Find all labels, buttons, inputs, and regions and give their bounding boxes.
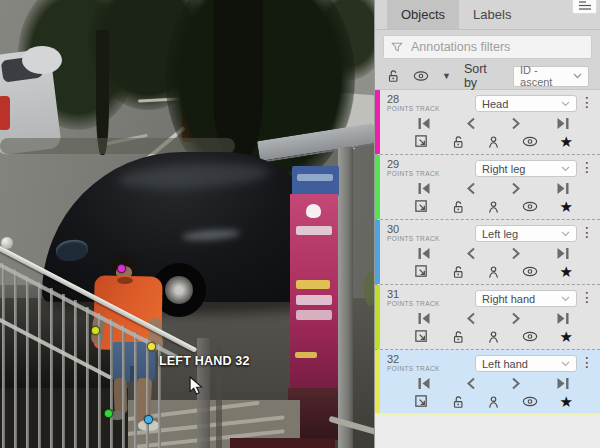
railing-knob — [1, 237, 13, 249]
track-type-label: POINTS TRACK — [387, 300, 475, 307]
lock-button[interactable] — [451, 330, 465, 344]
keyframe-button[interactable]: ★ — [560, 134, 573, 149]
railing-baluster — [38, 282, 41, 448]
prev-keyframe-button[interactable] — [466, 182, 476, 195]
pinned-button[interactable] — [487, 265, 500, 279]
annotation-menu-button[interactable] — [572, 0, 597, 14]
pinned-button[interactable] — [487, 395, 500, 409]
point-right-leg[interactable] — [104, 409, 113, 418]
point-right-hand[interactable] — [91, 326, 100, 335]
next-keyframe-button[interactable] — [511, 312, 521, 325]
first-keyframe-button[interactable] — [417, 247, 431, 260]
next-keyframe-button[interactable] — [511, 377, 521, 390]
prev-keyframe-button[interactable] — [466, 312, 476, 325]
kebab-menu-icon[interactable]: ⋮ — [577, 289, 597, 306]
last-keyframe-button[interactable] — [556, 117, 570, 130]
kebab-menu-icon[interactable]: ⋮ — [577, 94, 597, 111]
track-label-select[interactable]: Right hand — [475, 290, 577, 307]
track-label: Left leg — [482, 228, 518, 240]
pinned-button[interactable] — [487, 330, 500, 344]
collapse-all-button[interactable]: ▼ — [442, 72, 451, 81]
track-color-bar — [375, 155, 380, 219]
track-label: Right hand — [482, 293, 535, 305]
prev-keyframe-button[interactable] — [466, 247, 476, 260]
eye-icon — [522, 201, 538, 212]
track-item-28[interactable]: 28 POINTS TRACK Head ⋮ ★ — [375, 90, 600, 155]
track-label: Right leg — [482, 163, 525, 175]
keyframe-button[interactable]: ★ — [560, 264, 573, 279]
person-icon — [487, 395, 500, 409]
pinned-button[interactable] — [487, 200, 500, 214]
tab-objects[interactable]: Objects — [387, 0, 459, 29]
point-left-leg[interactable] — [144, 415, 153, 424]
occluded-button[interactable] — [522, 266, 538, 277]
annotations-filter-input[interactable] — [409, 39, 584, 55]
foliage — [364, 272, 374, 306]
track-item-29[interactable]: 29 POINTS TRACK Right leg ⋮ ★ — [375, 155, 600, 220]
outside-icon — [414, 394, 429, 409]
kebab-menu-icon[interactable]: ⋮ — [577, 224, 597, 241]
cvat-annotation-app: LEFT HAND 32 Objects Labels — [0, 0, 600, 448]
sign-header — [292, 166, 339, 196]
annotation-canvas[interactable]: LEFT HAND 32 — [0, 0, 374, 448]
hide-all-button[interactable] — [413, 70, 429, 82]
filter-row — [375, 30, 600, 63]
outside-button[interactable] — [414, 134, 429, 149]
track-label-select[interactable]: Left leg — [475, 225, 577, 242]
outside-button[interactable] — [414, 394, 429, 409]
banner-text — [296, 310, 332, 320]
kebab-menu-icon[interactable]: ⋮ — [577, 354, 597, 371]
lock-all-button[interactable] — [386, 69, 400, 83]
list-icon — [579, 1, 591, 10]
track-label-select[interactable]: Head — [475, 95, 577, 112]
lock-button[interactable] — [451, 135, 465, 149]
track-id: 30 — [387, 224, 475, 234]
track-item-30[interactable]: 30 POINTS TRACK Left leg ⋮ ★ — [375, 220, 600, 285]
lock-icon — [451, 200, 465, 214]
sign-pillar — [338, 148, 353, 448]
lock-button[interactable] — [451, 395, 465, 409]
track-item-32[interactable]: 32 POINTS TRACK Left hand ⋮ ★ — [375, 350, 600, 415]
last-keyframe-button[interactable] — [556, 312, 570, 325]
lock-icon — [451, 330, 465, 344]
occluded-button[interactable] — [522, 136, 538, 147]
sort-order-select[interactable]: ID - ascent — [513, 66, 589, 87]
pinned-button[interactable] — [487, 135, 500, 149]
kebab-menu-icon[interactable]: ⋮ — [577, 159, 597, 176]
lock-button[interactable] — [451, 265, 465, 279]
outside-button[interactable] — [414, 199, 429, 214]
last-keyframe-button[interactable] — [556, 247, 570, 260]
track-item-31[interactable]: 31 POINTS TRACK Right hand ⋮ ★ — [375, 285, 600, 350]
track-label-select[interactable]: Left hand — [475, 355, 577, 372]
last-keyframe-button[interactable] — [556, 377, 570, 390]
annotations-filter-box[interactable] — [383, 35, 592, 59]
first-keyframe-button[interactable] — [417, 117, 431, 130]
first-keyframe-button[interactable] — [417, 182, 431, 195]
lock-button[interactable] — [451, 200, 465, 214]
next-keyframe-button[interactable] — [511, 247, 521, 260]
occluded-button[interactable] — [522, 331, 538, 342]
prev-keyframe-button[interactable] — [466, 377, 476, 390]
keyframe-button[interactable]: ★ — [560, 394, 573, 409]
next-keyframe-button[interactable] — [511, 182, 521, 195]
star-icon: ★ — [560, 329, 573, 344]
railing-baluster — [74, 300, 77, 448]
railing-baluster — [26, 276, 29, 448]
point-head[interactable] — [117, 264, 126, 273]
occluded-button[interactable] — [522, 201, 538, 212]
first-keyframe-button[interactable] — [417, 377, 431, 390]
keyframe-button[interactable]: ★ — [560, 199, 573, 214]
point-left-hand[interactable] — [147, 342, 156, 351]
outside-button[interactable] — [414, 264, 429, 279]
last-keyframe-button[interactable] — [556, 182, 570, 195]
first-keyframe-button[interactable] — [417, 312, 431, 325]
railing-baluster — [86, 307, 89, 448]
keyframe-button[interactable]: ★ — [560, 329, 573, 344]
outside-button[interactable] — [414, 329, 429, 344]
next-keyframe-button[interactable] — [511, 117, 521, 130]
car-highlight — [22, 46, 62, 74]
track-label-select[interactable]: Right leg — [475, 160, 577, 177]
prev-keyframe-button[interactable] — [466, 117, 476, 130]
tab-labels[interactable]: Labels — [459, 0, 525, 29]
occluded-button[interactable] — [522, 396, 538, 407]
